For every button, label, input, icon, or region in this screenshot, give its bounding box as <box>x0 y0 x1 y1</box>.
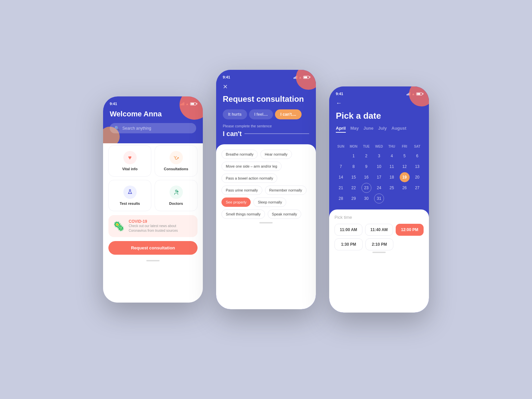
time-row-2: 1:30 PM 2:10 PM <box>334 238 424 250</box>
chip-move[interactable]: Move one side – arm and/or leg <box>221 162 282 171</box>
cal-day-13[interactable]: 13 <box>412 162 422 172</box>
cal-day-27[interactable]: 27 <box>412 183 422 193</box>
cal-day-22[interactable]: 22 <box>348 183 358 193</box>
covid-description: Check out our latest news about Coronavi… <box>129 224 193 233</box>
chip-breathe[interactable]: Breathe normally <box>221 150 258 159</box>
tab-i-cant[interactable]: I can't.... <box>275 109 302 119</box>
phone3-header: 9:41 ▲ ← Pick a date April May June July… <box>329 86 429 141</box>
sentence-underline <box>244 133 309 134</box>
cal-day-11[interactable]: 11 <box>387 162 397 172</box>
cal-empty-1 <box>387 194 397 203</box>
scroll-dot-3 <box>372 252 386 253</box>
chips-row-5: See properly Sleep normally <box>221 198 311 207</box>
chip-see[interactable]: See properly <box>221 198 251 207</box>
menu-card-doctors[interactable]: Doctors <box>155 180 198 211</box>
chip-sleep[interactable]: Sleep normally <box>253 198 286 207</box>
cal-day-21[interactable]: 21 <box>336 183 346 193</box>
month-tab-july[interactable]: July <box>378 126 387 133</box>
time-slot-1100am[interactable]: 11:00 AM <box>334 224 362 236</box>
search-placeholder: Search anything <box>122 126 151 131</box>
doctors-icon <box>170 186 183 199</box>
time-row-1: 11:00 AM 11:40 AM 12:00 PM <box>334 224 424 236</box>
tab-i-feel[interactable]: I feel.... <box>249 109 273 119</box>
cal-day-8[interactable]: 8 <box>348 162 358 172</box>
cal-day-26[interactable]: 26 <box>400 183 410 193</box>
menu-card-consultations[interactable]: Consultations <box>155 145 198 177</box>
month-tab-may[interactable]: May <box>350 126 359 133</box>
menu-card-vital-info[interactable]: ♥ Vital info <box>108 145 151 177</box>
cal-week-2: 7 8 9 10 11 12 13 <box>334 162 424 172</box>
status-time-2: 9:41 <box>223 75 230 79</box>
dow-thu: THU <box>385 143 398 150</box>
time-slot-210pm[interactable]: 2:10 PM <box>365 238 394 250</box>
flask-icon <box>123 186 137 199</box>
month-tab-april[interactable]: April <box>336 126 346 133</box>
battery-icon-2 <box>303 76 309 79</box>
search-icon: 🔍 <box>114 126 120 131</box>
cal-day-empty <box>336 151 346 161</box>
chip-remember[interactable]: Remember normally <box>265 186 307 195</box>
cal-day-24[interactable]: 24 <box>374 183 384 193</box>
cal-day-2[interactable]: 2 <box>361 151 371 161</box>
menu-grid: ♥ Vital info Consultations Te <box>108 145 198 211</box>
cal-day-3[interactable]: 3 <box>374 151 384 161</box>
symptom-tabs: It hurts I feel.... I can't.... <box>223 109 309 119</box>
chip-urine[interactable]: Pass urine normally <box>221 186 262 195</box>
vital-info-label: Vital info <box>122 167 137 171</box>
cal-day-23-circled[interactable]: 23 <box>361 183 371 193</box>
cal-day-29[interactable]: 29 <box>348 194 358 203</box>
cal-day-20[interactable]: 20 <box>412 172 422 182</box>
cal-day-25[interactable]: 25 <box>387 183 397 193</box>
menu-card-test-results[interactable]: Test results <box>108 180 151 211</box>
cal-day-14[interactable]: 14 <box>336 172 346 182</box>
cal-day-31-circled[interactable]: 31 <box>374 194 384 203</box>
svg-point-0 <box>178 158 179 159</box>
back-button[interactable]: ← <box>336 100 422 107</box>
cal-day-7[interactable]: 7 <box>336 162 346 172</box>
time-slot-1140am[interactable]: 11:40 AM <box>365 224 393 236</box>
phone-calendar: 9:41 ▲ ← Pick a date April May June July… <box>329 86 429 313</box>
tab-it-hurts[interactable]: It hurts <box>223 109 247 119</box>
month-tabs: April May June July August <box>336 126 422 133</box>
cal-day-30[interactable]: 30 <box>361 194 371 203</box>
request-consultation-button[interactable]: Request consultation <box>108 241 198 255</box>
cal-day-12[interactable]: 12 <box>400 162 410 172</box>
sentence-label: Please complete the sentence <box>223 124 309 128</box>
search-bar[interactable]: 🔍 Search anything <box>110 123 196 133</box>
covid-card[interactable]: 🦠 COVID-19 Check out our latest news abo… <box>108 215 198 237</box>
cal-day-4[interactable]: 4 <box>387 151 397 161</box>
cal-day-10[interactable]: 10 <box>374 162 384 172</box>
cal-day-28[interactable]: 28 <box>336 194 346 203</box>
time-slot-1200pm[interactable]: 12:00 PM <box>396 224 424 236</box>
cal-day-9[interactable]: 9 <box>361 162 371 172</box>
cal-day-16[interactable]: 16 <box>361 172 371 182</box>
month-tab-august[interactable]: August <box>391 126 406 133</box>
cal-day-5[interactable]: 5 <box>400 151 410 161</box>
chip-hear[interactable]: Hear normally <box>260 150 292 159</box>
welcome-heading: Welcome Anna <box>110 110 196 118</box>
stethoscope-icon <box>170 151 183 164</box>
chip-bowel[interactable]: Pass a bowel action normally <box>221 174 277 183</box>
cal-empty-2 <box>400 194 410 203</box>
close-button[interactable]: ✕ <box>223 83 309 90</box>
chip-speak[interactable]: Speak normally <box>268 209 302 219</box>
scroll-dot-2 <box>259 222 273 223</box>
phone2-body: Breathe normally Hear normally Move one … <box>216 144 316 309</box>
covid-content: COVID-19 Check out our latest news about… <box>129 219 193 233</box>
sentence-input-row[interactable]: I can't <box>223 130 309 138</box>
cal-day-17[interactable]: 17 <box>374 172 384 182</box>
phone1-header: 9:41 ▲ Welcome Anna 🔍 Search anything <box>103 96 203 143</box>
test-results-label: Test results <box>120 201 140 205</box>
cal-day-1[interactable]: 1 <box>348 151 358 161</box>
chips-row-3: Pass a bowel action normally <box>221 174 311 183</box>
doctors-label: Doctors <box>169 201 183 205</box>
cal-day-18[interactable]: 18 <box>387 172 397 182</box>
chips-grid: Breathe normally Hear normally Move one … <box>221 150 311 219</box>
dow-row: SUN MON TUE WED THU FRI SAT <box>334 143 424 150</box>
cal-day-15[interactable]: 15 <box>348 172 358 182</box>
chip-smell[interactable]: Smell things normally <box>221 209 265 219</box>
month-tab-june[interactable]: June <box>363 126 373 133</box>
time-slot-130pm[interactable]: 1:30 PM <box>334 238 363 250</box>
cal-day-19-today[interactable]: 19 <box>400 172 410 182</box>
cal-day-6[interactable]: 6 <box>412 151 422 161</box>
